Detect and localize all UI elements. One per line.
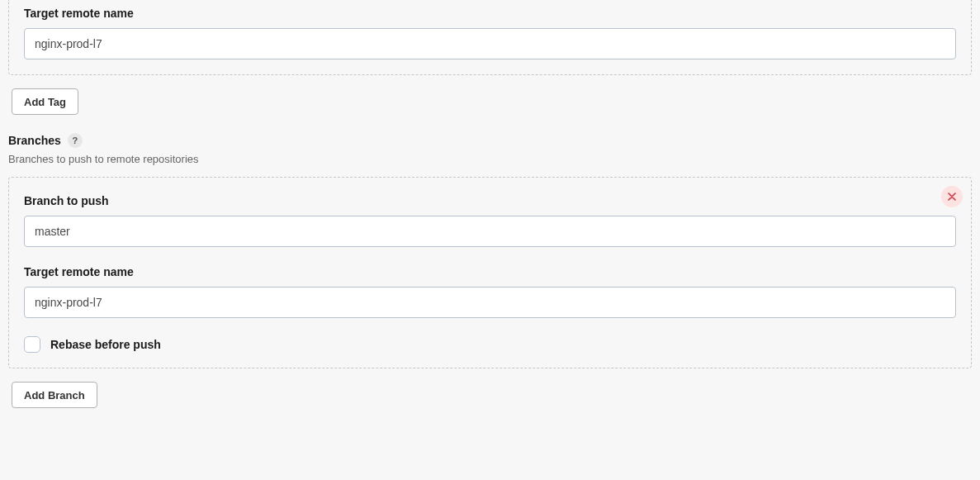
rebase-checkbox-label[interactable]: Rebase before push [50,338,161,351]
rebase-checkbox-row: Rebase before push [24,336,956,353]
target-remote-label: Target remote name [24,7,956,20]
branches-description: Branches to push to remote repositories [8,153,972,165]
close-icon [948,192,956,201]
branches-title: Branches [8,134,61,147]
rebase-checkbox[interactable] [24,336,40,353]
branch-target-remote-field-block: Target remote name [24,265,956,318]
branches-section-header: Branches ? [8,133,972,148]
form-page: Target remote name Add Tag Branches ? Br… [0,0,980,440]
remove-branch-button[interactable] [941,186,963,207]
branch-target-remote-label: Target remote name [24,265,956,278]
branch-to-push-field-block: Branch to push [24,194,956,247]
help-icon[interactable]: ? [68,133,83,148]
branch-target-remote-input[interactable] [24,287,956,318]
branch-to-push-label: Branch to push [24,194,956,207]
target-remote-input[interactable] [24,28,956,59]
tag-config-group: Target remote name [8,0,972,75]
target-remote-field-block: Target remote name [24,7,956,59]
add-tag-button[interactable]: Add Tag [12,88,78,115]
add-branch-button[interactable]: Add Branch [12,382,97,408]
branch-to-push-input[interactable] [24,216,956,247]
branch-config-group: Branch to push Target remote name Rebase… [8,177,972,368]
